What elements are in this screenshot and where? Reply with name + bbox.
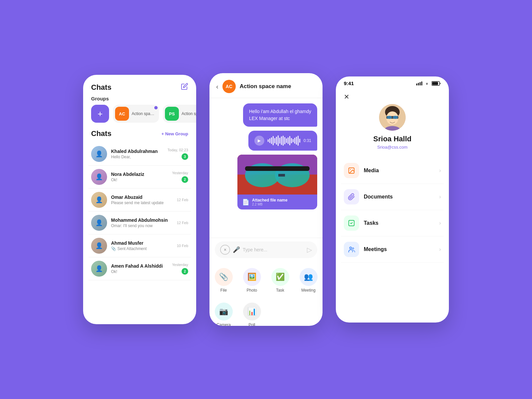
action-grid: 📎 File 🖼️ Photo ✅ Task 👥 Meeting bbox=[209, 261, 323, 299]
phone-chats: Chats Groups + AC Action space n... PS A… bbox=[83, 75, 196, 324]
profile-menu: Media › Documents › T bbox=[336, 158, 449, 263]
user-email: Srioa@css.com bbox=[377, 145, 407, 150]
badge-amen: 2 bbox=[182, 268, 188, 275]
action-photo[interactable]: 🖼️ Photo bbox=[238, 265, 266, 296]
profile-section: Srioa Halld Srioa@css.com bbox=[336, 101, 449, 158]
avatar-khaled: 👤 bbox=[91, 146, 107, 162]
signal-icon bbox=[416, 81, 422, 85]
attachment-icon: 📎 bbox=[111, 246, 116, 251]
group-item-1[interactable]: AC Action space n... bbox=[113, 105, 159, 123]
svg-rect-11 bbox=[420, 82, 421, 85]
chat-preview-mohammed: Omar: I'll send you now bbox=[111, 223, 173, 228]
edit-icon[interactable] bbox=[181, 83, 188, 92]
media-chevron: › bbox=[439, 168, 441, 174]
chat-preview-omar: Please send me latest update bbox=[111, 200, 173, 205]
chats-section-header: Chats + New Group bbox=[83, 129, 196, 143]
camera-action-icon: 📷 bbox=[215, 303, 233, 321]
message-input[interactable]: Type here... bbox=[243, 247, 304, 252]
chat-preview-ahmad: 📎 Sent Attachment bbox=[111, 246, 173, 251]
message-image-file: 📄 Attached file name 2.2 MB bbox=[237, 155, 317, 209]
task-action-label: Task bbox=[276, 288, 284, 293]
phone-chat-detail: ‹ AC Action space name Hello i'am Abdull… bbox=[209, 73, 323, 326]
meetings-label: Meetings bbox=[364, 246, 435, 252]
send-button[interactable]: ▷ bbox=[307, 246, 312, 254]
menu-item-documents[interactable]: Documents › bbox=[341, 184, 444, 210]
chat-group-name: Action space name bbox=[240, 83, 291, 90]
task-action-icon: ✅ bbox=[271, 268, 289, 286]
svg-rect-9 bbox=[416, 83, 417, 85]
chat-item-amen[interactable]: 👤 Amen Fahad A Alshiddi Ok! Yesterday 2 bbox=[88, 257, 191, 280]
tasks-chevron: › bbox=[439, 220, 441, 226]
group-avatar-1: AC bbox=[115, 107, 129, 121]
svg-rect-15 bbox=[432, 82, 438, 85]
chat-name-khaled: Khaled Abdulrahman bbox=[111, 149, 164, 154]
message-voice[interactable]: ▶ bbox=[248, 131, 317, 151]
chat-info-amen: Amen Fahad A Alshiddi Ok! bbox=[111, 263, 168, 274]
message-text: Hello i'am Abdullah el ghamdyLEX Manager… bbox=[243, 103, 317, 127]
menu-item-meetings[interactable]: Meetings › bbox=[341, 236, 444, 263]
meetings-icon bbox=[344, 242, 359, 257]
chat-item-mohammed[interactable]: 👤 Mohammed Abdulmohsin Omar: I'll send y… bbox=[88, 211, 191, 234]
group-avatar-2: PS bbox=[165, 107, 179, 121]
chat-preview-nora: Ok! bbox=[111, 178, 168, 182]
svg-rect-6 bbox=[278, 174, 285, 177]
waveform bbox=[268, 135, 300, 146]
input-row: × 🎤 Type here... ▷ bbox=[215, 241, 317, 258]
chat-name-ahmad: Ahmad Musfer bbox=[111, 240, 173, 246]
chat-info-khaled: Khaled Abdulrahman Hello Dear, bbox=[111, 149, 164, 159]
documents-icon bbox=[344, 189, 359, 204]
poll-action-label: Poll bbox=[248, 323, 255, 326]
action-meeting[interactable]: 👥 Meeting bbox=[294, 265, 323, 296]
action-file[interactable]: 📎 File bbox=[209, 265, 238, 296]
action-task[interactable]: ✅ Task bbox=[266, 265, 294, 296]
phone-profile: 9:41 bbox=[336, 76, 449, 323]
chat-item-ahmad[interactable]: 👤 Ahmad Musfer 📎 Sent Attachment 10 Feb bbox=[88, 234, 191, 257]
chats-header: Chats bbox=[83, 75, 196, 96]
chat-info-nora: Nora Abdelaziz Ok! bbox=[111, 172, 168, 182]
new-group-button[interactable]: + New Group bbox=[161, 131, 188, 136]
add-group-button[interactable]: + bbox=[91, 105, 109, 123]
action-poll[interactable]: 📊 Poll bbox=[238, 299, 266, 326]
svg-point-13 bbox=[427, 84, 427, 85]
close-attachment-button[interactable]: × bbox=[220, 245, 230, 255]
mic-icon[interactable]: 🎤 bbox=[233, 246, 240, 253]
chat-info-ahmad: Ahmad Musfer 📎 Sent Attachment bbox=[111, 240, 173, 251]
svg-rect-10 bbox=[418, 83, 419, 85]
chat-time-amen: Yesterday bbox=[172, 263, 188, 267]
messages-area: Hello i'am Abdullah el ghamdyLEX Manager… bbox=[209, 98, 323, 238]
chat-info-omar: Omar Abuzaid Please send me latest updat… bbox=[111, 195, 173, 205]
avatar-amen: 👤 bbox=[91, 261, 107, 277]
play-button[interactable]: ▶ bbox=[254, 136, 264, 146]
documents-chevron: › bbox=[439, 194, 441, 200]
badge-nora: 2 bbox=[182, 176, 188, 183]
input-area: × 🎤 Type here... ▷ bbox=[209, 238, 323, 261]
status-icons bbox=[416, 81, 441, 86]
status-time: 9:41 bbox=[344, 80, 354, 86]
chat-meta-amen: Yesterday 2 bbox=[172, 263, 188, 275]
menu-item-media[interactable]: Media › bbox=[341, 158, 444, 184]
file-action-label: File bbox=[220, 288, 227, 293]
chat-item-khaled[interactable]: 👤 Khaled Abdulrahman Hello Dear, Today, … bbox=[88, 143, 191, 166]
file-name: Attached file name bbox=[252, 198, 288, 202]
media-icon bbox=[344, 163, 359, 178]
group-item-2[interactable]: PS Action space n... bbox=[163, 105, 196, 123]
meeting-action-label: Meeting bbox=[301, 288, 316, 293]
chat-item-nora[interactable]: 👤 Nora Abdelaziz Ok! Yesterday 2 bbox=[88, 166, 191, 189]
avatar-omar: 👤 bbox=[91, 192, 107, 208]
user-avatar bbox=[379, 104, 406, 131]
badge-khaled: 3 bbox=[182, 153, 188, 160]
svg-rect-12 bbox=[421, 81, 422, 85]
photo-action-icon: 🖼️ bbox=[243, 268, 261, 286]
image-placeholder bbox=[237, 155, 317, 195]
chats-section-title: Chats bbox=[91, 129, 111, 138]
chat-item-omar[interactable]: 👤 Omar Abuzaid Please send me latest upd… bbox=[88, 189, 191, 211]
svg-point-21 bbox=[393, 116, 398, 119]
svg-point-20 bbox=[387, 116, 392, 119]
media-label: Media bbox=[364, 168, 435, 174]
photo-action-label: Photo bbox=[247, 288, 257, 293]
menu-item-tasks[interactable]: Tasks › bbox=[341, 210, 444, 236]
close-button[interactable]: ✕ bbox=[336, 89, 449, 101]
action-camera[interactable]: 📷 Camera bbox=[209, 299, 238, 326]
voice-duration: 0:31 bbox=[304, 138, 311, 143]
back-button[interactable]: ‹ bbox=[216, 83, 218, 90]
